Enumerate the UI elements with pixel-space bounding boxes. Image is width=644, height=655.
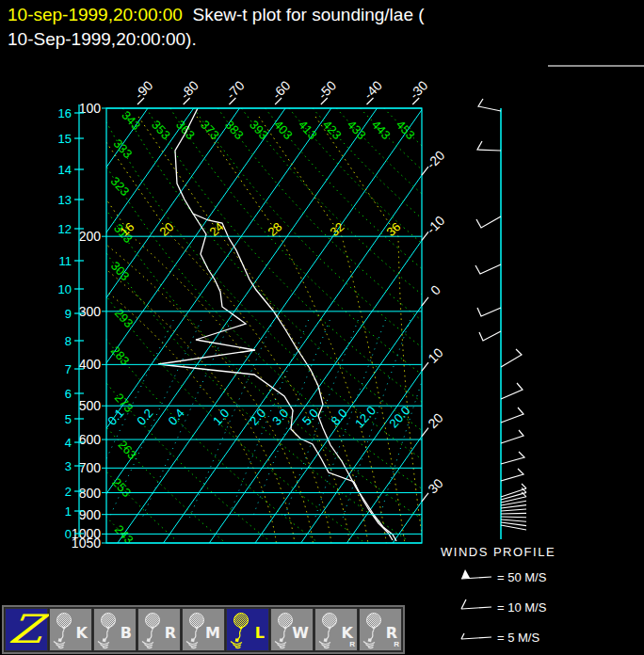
title-timestamp: 10-sep-1999,20:00:00 — [8, 5, 183, 24]
legend-flag-symbol — [461, 569, 470, 579]
tick-label: 700 — [79, 460, 102, 475]
wind-barb — [501, 452, 524, 464]
wind-barb — [501, 430, 523, 443]
tick-label: 15 — [58, 132, 72, 146]
tick-label: 900 — [79, 507, 102, 522]
wind-barb — [501, 349, 522, 367]
skewt-app: { "title": { "timestamp": "10-sep-1999,2… — [0, 0, 644, 655]
mixing-ratio-line — [284, 320, 358, 518]
toolbar-button-label: K — [76, 624, 88, 642]
tick-label: 0.4 — [166, 406, 187, 427]
wind-barb — [501, 505, 526, 508]
tick-label: 800 — [79, 486, 102, 501]
tick-label: 433 — [345, 118, 369, 142]
legend-barb-staff — [461, 607, 491, 609]
isotherm-line — [0, 108, 56, 543]
dry-adiabat-line — [27, 108, 409, 541]
wind-barb — [479, 331, 501, 341]
dry-adiabat-line — [0, 108, 177, 541]
legend-full-barb-symbol — [461, 599, 466, 609]
radiosonde-balloon-icon — [95, 611, 121, 650]
tick-label: 200 — [79, 229, 102, 244]
tick-label: -80 — [177, 78, 201, 103]
dry-adiabat-line — [99, 108, 548, 541]
wind-barb — [477, 308, 501, 316]
legend-entry-label: = 50 M/S — [497, 570, 547, 584]
toolbar-button-z[interactable]: Z — [5, 608, 48, 651]
z-logo-glyph: Z — [8, 610, 45, 649]
skewt-chart: 2432532632732832933033133233333433533633… — [0, 0, 644, 655]
isotherm-line — [0, 108, 285, 543]
toolbar-button-label: R — [165, 624, 176, 642]
wind-barb — [501, 509, 526, 511]
tick-label: 8 — [65, 334, 72, 348]
tick-label: 3 — [65, 459, 72, 473]
tick-label: 363 — [173, 118, 198, 142]
dry-adiabat-line — [361, 108, 644, 541]
isotherm-line — [301, 108, 606, 543]
adiabat-labels: 2432532632732832933033133233333433533633… — [105, 108, 417, 547]
radiosonde-balloon-icon — [228, 611, 254, 650]
toolbar-button-w[interactable]: W — [270, 608, 314, 651]
tick-label: -30 — [407, 78, 431, 103]
wind-barb — [475, 264, 501, 274]
winds-legend-title: WINDS PROFILE — [441, 545, 555, 559]
moist-adiabat-line — [89, 117, 349, 543]
title-text: Skew-t plot for sounding/lae ( — [183, 5, 425, 24]
tick-label: 1050 — [72, 535, 101, 551]
tick-label: 2 — [65, 485, 72, 499]
tick-label: 343 — [119, 108, 143, 133]
isotherm-tick — [422, 362, 428, 371]
tick-label: 9 — [65, 307, 72, 321]
moist-adiabat-line — [315, 117, 423, 543]
toolbar-button-kr[interactable]: KR — [314, 608, 358, 651]
isotherm-line — [25, 108, 330, 543]
tick-label: 0.2 — [134, 406, 155, 427]
wind-barb — [476, 216, 501, 228]
isotherm-line — [0, 108, 102, 543]
toolbar-button-m[interactable]: M — [182, 608, 225, 651]
toolbar-button-label: B — [121, 624, 132, 642]
wind-barb — [501, 383, 523, 399]
wind-profile — [475, 99, 526, 539]
dry-adiabat-line — [266, 108, 644, 541]
isotherm-tick — [422, 493, 428, 502]
tick-label: 5 — [65, 412, 72, 426]
toolbar-button-label: M — [205, 624, 220, 642]
tick-label: 383 — [222, 118, 247, 142]
wind-barb — [477, 141, 501, 151]
tick-label: 8.0 — [329, 406, 350, 427]
dry-adiabat-line — [289, 108, 644, 541]
tick-label: 11 — [59, 254, 72, 268]
tick-label: 0 — [427, 282, 443, 298]
dry-adiabat-line — [75, 108, 502, 541]
toolbar-button-r[interactable]: R — [137, 608, 181, 651]
toolbar-button-b[interactable]: B — [93, 608, 137, 651]
tick-label: 12.0 — [352, 404, 378, 431]
title-line2: 10-Sep-1999,20:00:00). — [8, 29, 197, 49]
radiosonde-balloon-icon — [316, 611, 343, 650]
tick-label: 253 — [109, 475, 134, 500]
wind-barb — [501, 513, 526, 514]
tick-label: 333 — [111, 136, 136, 161]
tick-label: 10 — [58, 282, 72, 296]
toolbar-button-rr[interactable]: RR — [359, 608, 402, 651]
wind-barb — [501, 525, 526, 530]
tick-label: 353 — [149, 118, 173, 142]
dry-adiabat-line — [0, 108, 316, 541]
tick-label: 14 — [58, 163, 72, 177]
tick-label: 13 — [58, 193, 72, 207]
isotherm-line — [0, 108, 10, 543]
wind-barb — [478, 99, 501, 111]
isotherm-tick — [422, 428, 428, 437]
tick-label: 20.0 — [386, 404, 412, 431]
toolbar-button-k[interactable]: K — [49, 608, 92, 651]
toolbar-button-label: L — [255, 624, 265, 642]
tick-label: -40 — [361, 78, 385, 103]
tick-label: 400 — [79, 357, 102, 372]
isotherm-tick — [422, 232, 428, 240]
tick-label: 2.0 — [247, 406, 268, 427]
wind-barb — [501, 469, 523, 481]
tick-label: -60 — [269, 78, 294, 103]
toolbar-button-l[interactable]: L — [226, 608, 269, 651]
